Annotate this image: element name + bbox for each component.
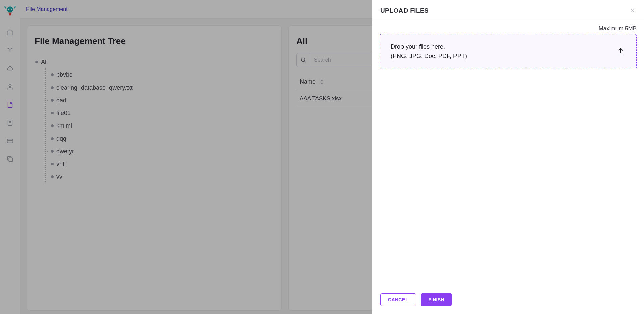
max-size-label: Maximum 5MB [380,21,637,34]
dropzone[interactable]: Drop your files here. (PNG, JPG, Doc, PD… [380,34,637,69]
drawer-title: UPLOAD FILES [380,7,429,14]
finish-button[interactable]: FINISH [421,293,452,306]
cancel-button[interactable]: CANCEL [380,293,416,306]
drop-line2: (PNG, JPG, Doc, PDF, PPT) [391,52,467,61]
drawer-header: UPLOAD FILES [372,0,644,21]
upload-icon [615,47,626,57]
close-icon [630,8,635,13]
drop-line1: Drop your files here. [391,42,467,52]
close-button[interactable] [628,6,637,15]
upload-drawer: UPLOAD FILES Maximum 5MB Drop your files… [372,0,644,314]
drawer-body: Maximum 5MB Drop your files here. (PNG, … [372,21,644,287]
drawer-footer: CANCEL FINISH [372,287,644,314]
drop-text: Drop your files here. (PNG, JPG, Doc, PD… [391,42,467,61]
